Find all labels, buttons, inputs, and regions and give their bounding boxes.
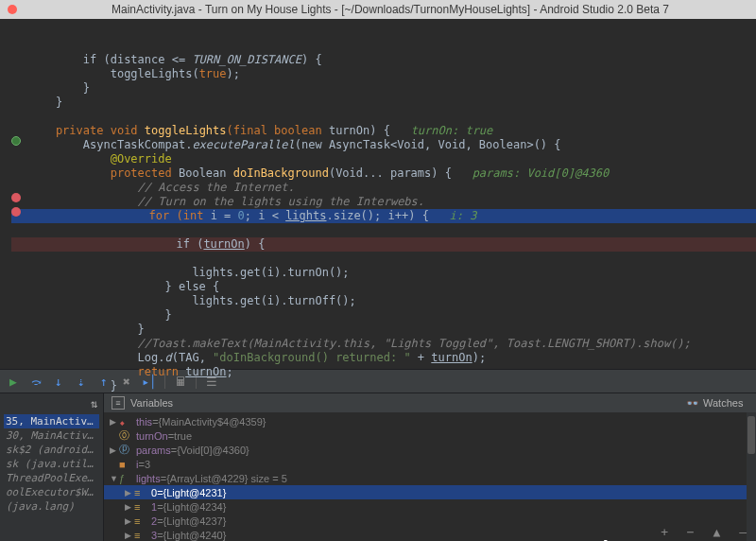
variables-title: Variables (130, 397, 173, 409)
watches-header[interactable]: 👓 Watches (680, 393, 756, 412)
code-line[interactable]: //Toast.makeText(MainActivity.this, "Lig… (17, 337, 691, 350)
breakpoint-icon[interactable] (11, 207, 21, 217)
variable-type-icon: ⓪ (119, 428, 132, 443)
variable-value: {Void[0]@4360} (177, 445, 249, 456)
variable-type-icon: ■ (119, 459, 132, 470)
breakpoint-icon[interactable] (11, 193, 21, 202)
expand-icon[interactable]: ▶ (125, 516, 134, 526)
gutter-method-marker[interactable] (11, 136, 21, 146)
stack-frame[interactable]: oolExecutor$Worker (4, 485, 99, 499)
window-title: MainActivity.java - Turn on My House Lig… (112, 3, 669, 16)
variable-row[interactable]: ▶≡1 = {Light@4234} (104, 499, 756, 514)
stack-frame[interactable]: ThreadPoolExecutor$ (4, 471, 99, 485)
window-close-button[interactable] (8, 5, 17, 14)
variable-row[interactable]: ▶≡3 = {Light@4240} (104, 528, 756, 541)
frames-panel[interactable]: ⇅ 35, MainActivity$4 (c30, MainActivity$… (0, 393, 104, 541)
code-line[interactable]: protected Boolean doInBackground(Void...… (17, 166, 609, 180)
variable-type-icon: ≡ (134, 487, 147, 498)
code-line[interactable]: } (17, 96, 62, 109)
code-editor[interactable]: if (distance <= TURN_ON_DISTANCE) { togg… (0, 19, 756, 369)
code-line[interactable]: return turnOn; (17, 365, 233, 378)
expand-icon[interactable]: ▶ (110, 417, 119, 427)
variable-name: lights (136, 473, 161, 484)
variable-row[interactable]: ⓪turnOn = true (104, 428, 756, 443)
expand-icon[interactable]: ▼ (110, 474, 119, 483)
execution-line[interactable]: for (int i = 0; i < lights.size(); i++) … (11, 209, 756, 223)
stack-frame[interactable]: sk (java.util.concurre (4, 457, 99, 471)
variable-value: {Light@4234} (163, 501, 227, 513)
variable-row[interactable]: ▼ƒlights = {ArrayList@4229} size = 5 (104, 471, 756, 485)
scrollbar[interactable] (747, 412, 756, 541)
variable-name: turnOn (136, 430, 168, 442)
code-line[interactable]: } else { (17, 280, 219, 293)
scrollbar-thumb[interactable] (747, 416, 755, 454)
variable-type-icon: ≡ (134, 515, 147, 527)
variable-value: {Light@4231} (163, 487, 227, 498)
variable-value: {MainActivity$4@4359} (159, 416, 266, 428)
variable-value: {Light@4237} (163, 515, 227, 527)
inline-hint: i: 3 (450, 209, 477, 222)
debug-panels: ⇅ 35, MainActivity$4 (c30, MainActivity$… (0, 393, 756, 541)
expand-icon[interactable]: ▶ (125, 531, 134, 540)
stack-frame[interactable]: 35, MainActivity$4 (c (4, 414, 99, 428)
code-line[interactable]: lights.get(i).turnOn(); (17, 266, 350, 279)
stack-frame[interactable]: sk$2 (android.os) (4, 443, 99, 457)
editor-gutter[interactable] (0, 25, 26, 96)
expand-icon[interactable]: ▶ (110, 445, 119, 455)
variable-row[interactable]: ▶≡0 = {Light@4231} (104, 485, 756, 499)
code-line[interactable]: if (distance <= TURN_ON_DISTANCE) { (17, 53, 322, 66)
watches-title: Watches (703, 397, 743, 409)
code-line[interactable]: AsyncTaskCompat.executeParallel(new Asyn… (17, 138, 561, 151)
code-line[interactable]: } (17, 379, 117, 393)
variables-icon: ≡ (112, 396, 125, 410)
code-line[interactable]: // Turn on the lights using the Interweb… (17, 195, 424, 208)
variables-panel[interactable]: ≡ Variables 👓 Watches ▶⬥this = {MainActi… (104, 393, 756, 541)
code-line[interactable]: if (turnOn) { (11, 237, 756, 252)
code-line[interactable]: } (17, 81, 90, 95)
frames-filter-icon[interactable]: ⇅ (0, 393, 103, 414)
variable-type-icon: ≡ (134, 501, 147, 513)
variable-value: true (174, 430, 192, 442)
code-line[interactable] (17, 110, 28, 123)
code-line[interactable]: lights.get(i).turnOff(); (17, 294, 356, 307)
code-line[interactable]: } (17, 323, 145, 336)
watches-icon: 👓 (686, 397, 699, 410)
inline-hint: params: Void[0]@4360 (472, 166, 610, 180)
variable-value: 3 (145, 459, 150, 470)
variable-name: params (136, 445, 171, 456)
expand-icon[interactable]: ▶ (125, 488, 134, 497)
variable-value: {ArrayList@4229} size = 5 (166, 473, 287, 484)
variables-header: ≡ Variables (104, 393, 756, 412)
variable-name: this (136, 416, 152, 428)
variable-row[interactable]: ▶ⓟparams = {Void[0]@4360} (104, 443, 756, 457)
code-line[interactable]: toggleLights(true); (17, 67, 240, 80)
stack-frame[interactable]: (java.lang) (4, 499, 99, 514)
variable-row[interactable]: ■i = 3 (104, 457, 756, 471)
variable-type-icon: ≡ (134, 530, 147, 541)
variable-row[interactable]: ▶⬥this = {MainActivity$4@4359} (104, 414, 756, 428)
variable-value: {Light@4240} (163, 530, 227, 541)
code-line[interactable]: Log.d(TAG, "doInBackground() returned: "… (17, 351, 486, 364)
variable-type-icon: ⓟ (119, 443, 132, 457)
expand-icon[interactable]: ▶ (125, 502, 134, 512)
variable-type-icon: ƒ (119, 473, 132, 484)
watches-toolbar[interactable]: + − ▲ ― (661, 525, 752, 539)
variable-row[interactable]: ▶≡2 = {Light@4237} (104, 514, 756, 528)
inline-hint: turnOn: true (411, 124, 493, 137)
window-titlebar: MainActivity.java - Turn on My House Lig… (0, 0, 756, 19)
code-line[interactable]: private void toggleLights(final boolean … (17, 124, 492, 137)
stack-frame[interactable]: 30, MainActivity$4 (c (4, 428, 99, 443)
code-line[interactable]: // Access the Internet. (17, 181, 295, 194)
code-line[interactable]: } (17, 308, 172, 322)
variable-type-icon: ⬥ (119, 416, 132, 428)
code-line[interactable]: @Override (17, 152, 172, 166)
